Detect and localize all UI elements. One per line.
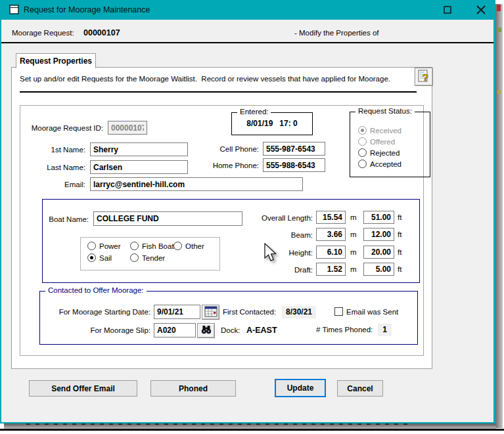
cell-phone-input[interactable]: [263, 142, 325, 156]
radio-icon: [173, 242, 182, 250]
background-window-clipped-text: [26, 423, 407, 425]
cell-phone-label: Cell Phone:: [198, 145, 259, 153]
svg-text:?: ?: [423, 72, 428, 83]
boat-type-power[interactable]: Power: [87, 242, 121, 250]
overall-length-ft-input[interactable]: [363, 211, 394, 224]
moorage-request-label: Moorage Request:: [12, 29, 74, 37]
contacted-group: Contacted to Offer Moorage:: [39, 291, 418, 345]
boat-name-input[interactable]: [93, 211, 242, 226]
moorage-maintenance-dialog: Request for Moorage Maintenance Moorage …: [0, 0, 495, 423]
modify-properties-text: - Modify the Properties of: [294, 29, 378, 37]
calendar-icon: [204, 306, 218, 319]
radio-icon: [358, 137, 367, 146]
overall-length-m-input[interactable]: [316, 211, 346, 224]
height-m-input[interactable]: [316, 246, 346, 259]
radio-label: Received: [370, 127, 401, 135]
radio-label: Fish Boat: [142, 242, 174, 250]
status-radio-rejected[interactable]: Rejected: [358, 148, 400, 157]
tab-request-properties[interactable]: Request Properties: [16, 53, 96, 68]
boat-type-sail[interactable]: Sail: [87, 253, 112, 262]
date-picker-button[interactable]: [202, 305, 219, 320]
screen: Request for Moorage Maintenance Moorage …: [0, 0, 504, 434]
entered-group: Entered: 8/01/19 17: 0: [231, 112, 313, 135]
background-speck: [497, 5, 501, 11]
moorage-slip-input[interactable]: [154, 323, 196, 337]
unit-ft-label: ft: [398, 213, 401, 221]
radio-label: Power: [99, 242, 121, 250]
radio-icon: [130, 242, 139, 250]
times-phoned-label: # Times Phoned:: [316, 326, 373, 334]
radio-icon: [358, 126, 367, 135]
radio-label: Other: [185, 242, 204, 250]
dock-label: Dock:: [221, 326, 240, 334]
window-icon: [9, 5, 20, 17]
close-button[interactable]: [475, 5, 486, 16]
radio-label: Accepted: [370, 160, 401, 168]
boat-type-tender[interactable]: Tender: [130, 253, 165, 262]
update-button[interactable]: Update: [275, 379, 326, 397]
last-name-input[interactable]: [90, 160, 188, 174]
checkbox-label: Email was Sent: [346, 308, 398, 316]
unit-m-label: m: [350, 265, 357, 273]
first-contacted-label: First Contacted:: [223, 308, 276, 316]
beam-label: Beam:: [234, 231, 313, 239]
first-name-input[interactable]: [90, 142, 188, 156]
starting-date-input[interactable]: [154, 305, 200, 319]
phoned-button[interactable]: Phoned: [150, 380, 236, 397]
last-name-label: Last Name:: [26, 163, 85, 171]
beam-m-input[interactable]: [316, 228, 346, 241]
help-button[interactable]: ?: [415, 68, 433, 86]
radio-icon: [87, 253, 96, 262]
starting-date-label: For Moorage Starting Date:: [44, 308, 150, 316]
moorage-slip-label: For Moorage Slip:: [44, 326, 150, 334]
radio-icon: [130, 253, 139, 262]
unit-ft-label: ft: [398, 265, 401, 273]
beam-ft-input[interactable]: [363, 228, 394, 241]
draft-ft-input[interactable]: [363, 263, 394, 276]
moorage-request-number: 00000107: [83, 28, 120, 37]
background-speck: [497, 28, 501, 32]
request-status-label: Request Status:: [355, 107, 415, 115]
status-radio-received: Received: [358, 126, 401, 135]
email-was-sent-checkbox[interactable]: Email was Sent: [334, 307, 398, 316]
draft-label: Draft:: [234, 266, 313, 274]
cancel-button[interactable]: Cancel: [337, 380, 383, 397]
radio-icon: [358, 160, 367, 168]
contacted-group-label: Contacted to Offer Moorage:: [45, 286, 147, 294]
entered-value: 8/01/19 17: 0: [232, 119, 312, 128]
email-label: Email:: [26, 181, 85, 188]
email-input[interactable]: [90, 177, 303, 191]
radio-icon: [87, 242, 96, 250]
mouse-cursor: [263, 243, 280, 264]
window-drop-shadow-right: [495, 4, 503, 428]
background-window-edge: [0, 429, 504, 431]
unit-ft-label: ft: [398, 248, 401, 256]
dock-value: A-EAST: [246, 326, 277, 335]
unit-m-label: m: [350, 230, 357, 238]
radio-label: Offered: [370, 138, 395, 146]
home-phone-label: Home Phone:: [198, 162, 259, 169]
times-phoned-value: 1: [378, 324, 392, 336]
boat-type-other[interactable]: Other: [173, 242, 204, 250]
request-id-field: [108, 121, 147, 135]
request-id-label: Moorage Request ID:: [18, 124, 103, 132]
unit-m-label: m: [350, 248, 357, 256]
slip-search-button[interactable]: [197, 323, 215, 338]
title-bar[interactable]: Request for Moorage Maintenance: [1, 0, 493, 20]
status-radio-offered: Offered: [358, 137, 395, 146]
unit-m-label: m: [350, 213, 357, 221]
page-description: Set up and/or edit Requests for the Moor…: [20, 75, 390, 83]
maximize-button[interactable]: [443, 6, 452, 15]
first-contacted-value: 8/30/21: [282, 306, 316, 318]
draft-m-input[interactable]: [316, 263, 346, 276]
radio-icon: [358, 148, 367, 157]
background-speck: [497, 90, 501, 94]
boat-type-fish-boat[interactable]: Fish Boat: [130, 242, 174, 250]
status-radio-accepted[interactable]: Accepted: [358, 160, 401, 168]
window-title: Request for Moorage Maintenance: [24, 5, 150, 14]
description-underline: [20, 91, 417, 93]
send-offer-email-button[interactable]: Send Offer Email: [29, 380, 137, 397]
home-phone-input[interactable]: [263, 158, 325, 172]
height-ft-input[interactable]: [363, 246, 394, 259]
radio-label: Rejected: [370, 149, 400, 157]
